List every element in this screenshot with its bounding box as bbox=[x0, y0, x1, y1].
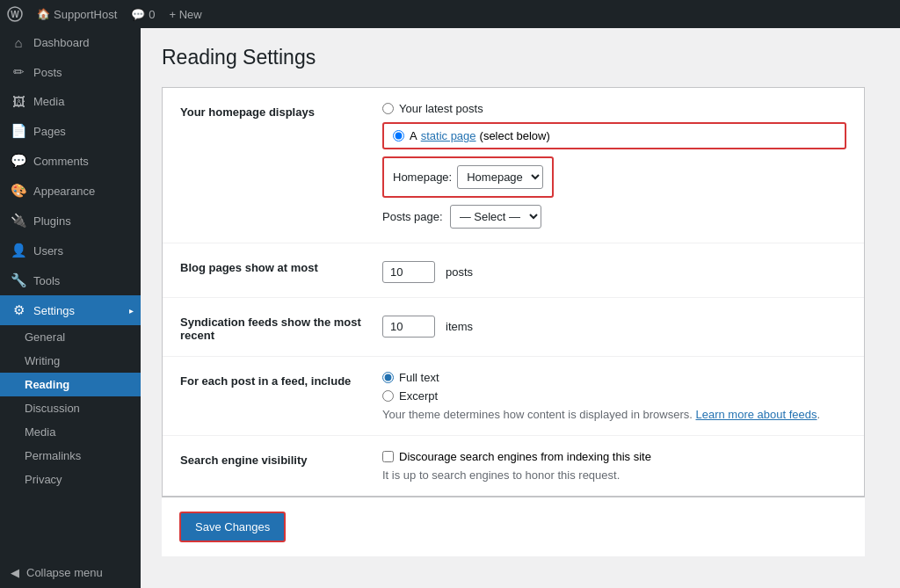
syndication-control: items bbox=[382, 312, 846, 338]
full-text-radio[interactable] bbox=[382, 372, 394, 383]
static-page-highlighted-box: A static page (select below) bbox=[382, 122, 846, 149]
sidebar-item-media[interactable]: 🖼 Media bbox=[0, 87, 141, 116]
syndication-label: Syndication feeds show the most recent bbox=[180, 312, 365, 342]
settings-table: Your homepage displays Your latest posts… bbox=[162, 87, 865, 497]
settings-icon: ⚙ bbox=[11, 302, 26, 318]
search-engine-control: Discourage search engines from indexing … bbox=[382, 450, 846, 482]
excerpt-option[interactable]: Excerpt bbox=[382, 389, 846, 403]
new-content-button[interactable]: + New bbox=[170, 8, 202, 21]
submenu-writing[interactable]: Writing bbox=[0, 349, 141, 373]
static-page-link[interactable]: static page bbox=[421, 129, 476, 142]
latest-posts-option[interactable]: Your latest posts bbox=[382, 102, 846, 115]
layout: ⌂ Dashboard ✏ Posts 🖼 Media 📄 Pages 💬 Co… bbox=[0, 28, 900, 588]
main-content: Reading Settings Your homepage displays … bbox=[141, 28, 900, 588]
posts-page-select[interactable]: — Select — bbox=[450, 205, 541, 229]
submenu-permalinks[interactable]: Permalinks bbox=[0, 444, 141, 468]
honor-text: It is up to search engines to honor this… bbox=[382, 468, 846, 482]
discourage-label: Discourage search engines from indexing … bbox=[399, 450, 651, 463]
search-engine-row: Search engine visibility Discourage sear… bbox=[163, 436, 864, 496]
homepage-displays-control: Your latest posts A static page (select … bbox=[382, 102, 846, 229]
feed-include-label: For each post in a feed, include bbox=[180, 371, 365, 388]
submenu-privacy[interactable]: Privacy bbox=[0, 468, 141, 491]
discourage-checkbox-row[interactable]: Discourage search engines from indexing … bbox=[382, 450, 846, 463]
blog-pages-suffix: posts bbox=[446, 265, 473, 279]
posts-icon: ✏ bbox=[11, 64, 26, 80]
plugins-icon: 🔌 bbox=[11, 213, 26, 229]
static-page-label: A static page (select below) bbox=[410, 129, 550, 142]
sidebar-item-appearance[interactable]: 🎨 Appearance bbox=[0, 176, 141, 206]
sidebar-bottom: ◀ Collapse menu bbox=[0, 557, 141, 588]
full-text-option[interactable]: Full text bbox=[382, 371, 846, 384]
excerpt-radio[interactable] bbox=[382, 390, 394, 402]
feed-include-control: Full text Excerpt Your theme determines … bbox=[382, 371, 846, 421]
topbar: W 🏠 SupportHost 💬 0 + New bbox=[0, 0, 900, 28]
sidebar-item-plugins[interactable]: 🔌 Plugins bbox=[0, 206, 141, 236]
comments-icon: 💬 bbox=[11, 153, 26, 169]
search-engine-label: Search engine visibility bbox=[180, 450, 365, 467]
collapse-menu-button[interactable]: ◀ Collapse menu bbox=[0, 557, 141, 588]
site-name[interactable]: 🏠 SupportHost bbox=[37, 8, 117, 21]
sidebar-item-dashboard[interactable]: ⌂ Dashboard bbox=[0, 28, 141, 57]
comments-count[interactable]: 💬 0 bbox=[131, 8, 155, 21]
submenu-general[interactable]: General bbox=[0, 325, 141, 349]
sidebar-item-tools[interactable]: 🔧 Tools bbox=[0, 265, 141, 295]
homepage-select-highlighted-box: Homepage: Homepage bbox=[382, 156, 554, 198]
sidebar-item-pages[interactable]: 📄 Pages bbox=[0, 116, 141, 146]
blog-pages-label: Blog pages show at most bbox=[180, 258, 365, 274]
learn-more-link[interactable]: Learn more about feeds bbox=[696, 408, 817, 421]
blog-pages-row: Blog pages show at most posts bbox=[163, 243, 864, 298]
save-changes-button[interactable]: Save Changes bbox=[179, 512, 286, 542]
full-text-label: Full text bbox=[399, 371, 439, 384]
media-icon: 🖼 bbox=[11, 94, 26, 109]
posts-page-row: Posts page: — Select — bbox=[382, 205, 846, 229]
save-button-area: Save Changes bbox=[162, 497, 865, 556]
appearance-icon: 🎨 bbox=[11, 183, 26, 199]
syndication-input[interactable] bbox=[382, 316, 435, 338]
sidebar-item-comments[interactable]: 💬 Comments bbox=[0, 146, 141, 176]
excerpt-label: Excerpt bbox=[399, 389, 438, 403]
latest-posts-radio[interactable] bbox=[382, 103, 394, 114]
wp-logo[interactable]: W bbox=[7, 6, 23, 22]
submenu-discussion[interactable]: Discussion bbox=[0, 396, 141, 420]
syndication-suffix: items bbox=[446, 320, 473, 333]
dashboard-icon: ⌂ bbox=[11, 35, 26, 50]
homepage-dropdown-label: Homepage: bbox=[393, 171, 452, 184]
sidebar: ⌂ Dashboard ✏ Posts 🖼 Media 📄 Pages 💬 Co… bbox=[0, 28, 141, 588]
theme-help-text: Your theme determines how content is dis… bbox=[382, 408, 846, 421]
static-page-radio[interactable] bbox=[393, 130, 404, 142]
posts-page-label: Posts page: bbox=[382, 210, 443, 223]
syndication-row: Syndication feeds show the most recent i… bbox=[163, 298, 864, 357]
homepage-displays-row: Your homepage displays Your latest posts… bbox=[163, 88, 864, 243]
sidebar-item-settings[interactable]: ⚙ Settings bbox=[0, 295, 141, 325]
homepage-displays-label: Your homepage displays bbox=[180, 102, 365, 119]
users-icon: 👤 bbox=[11, 243, 26, 258]
homepage-select[interactable]: Homepage bbox=[457, 165, 543, 189]
homepage-radio-group: Your latest posts A static page (select … bbox=[382, 102, 846, 149]
sidebar-item-posts[interactable]: ✏ Posts bbox=[0, 57, 141, 87]
pages-icon: 📄 bbox=[11, 123, 26, 139]
discourage-checkbox[interactable] bbox=[382, 451, 394, 462]
svg-text:W: W bbox=[11, 10, 19, 19]
collapse-icon: ◀ bbox=[11, 566, 19, 579]
submenu-reading[interactable]: Reading bbox=[0, 373, 141, 396]
feed-include-row: For each post in a feed, include Full te… bbox=[163, 357, 864, 436]
tools-icon: 🔧 bbox=[11, 272, 26, 288]
latest-posts-label: Your latest posts bbox=[399, 102, 483, 115]
page-title: Reading Settings bbox=[162, 46, 879, 69]
blog-pages-input[interactable] bbox=[382, 261, 435, 283]
submenu-media[interactable]: Media bbox=[0, 420, 141, 444]
blog-pages-control: posts bbox=[382, 258, 846, 283]
sidebar-item-users[interactable]: 👤 Users bbox=[0, 236, 141, 265]
feed-radio-group: Full text Excerpt bbox=[382, 371, 846, 403]
